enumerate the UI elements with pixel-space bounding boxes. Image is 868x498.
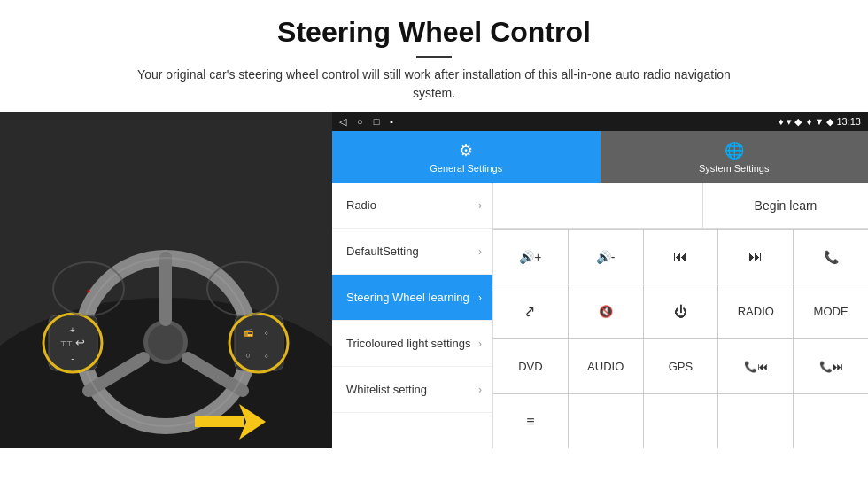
call-prev-icon: 📞⏮ — [744, 361, 768, 373]
call-prev-button[interactable]: 📞⏮ — [718, 339, 793, 393]
title-divider — [416, 56, 452, 58]
prev-track-icon: ⏮ — [673, 249, 687, 265]
dvd-label: DVD — [518, 360, 542, 373]
content-area: Radio › DefaultSetting › Steering Wheel … — [332, 183, 868, 448]
svg-text:⊤⊤: ⊤⊤ — [60, 340, 73, 348]
svg-text:⬦: ⬦ — [264, 328, 268, 337]
begin-learn-button[interactable]: Begin learn — [703, 183, 868, 228]
page-header: Steering Wheel Control Your original car… — [0, 0, 868, 112]
call-next-icon: 📞⏭ — [819, 361, 843, 373]
button-grid: 🔊+ 🔊- ⏮ ⏭ 📞 ↩ — [493, 229, 868, 448]
mute-button[interactable]: 🔇 — [569, 284, 643, 338]
svg-rect-22 — [195, 416, 244, 427]
left-menu: Radio › DefaultSetting › Steering Wheel … — [332, 183, 493, 448]
power-icon: ⏻ — [674, 304, 687, 319]
menu-steering-label: Steering Wheel learning — [346, 291, 469, 304]
clock: ♦ ▼ ◆ 13:13 — [807, 116, 861, 128]
menu-item-radio[interactable]: Radio › — [332, 183, 492, 229]
system-settings-icon: 🌐 — [725, 141, 744, 160]
svg-text:📻: 📻 — [244, 327, 254, 338]
audio-label: AUDIO — [587, 360, 624, 373]
signal-icon: ♦ ▾ ◆ — [779, 116, 802, 128]
next-track-button[interactable]: ⏭ — [718, 230, 793, 284]
prev-track-button[interactable]: ⏮ — [644, 230, 718, 284]
svg-rect-14 — [235, 315, 283, 370]
menu-item-tricoloured[interactable]: Tricoloured light settings › — [332, 321, 492, 367]
audio-button[interactable]: AUDIO — [569, 339, 643, 393]
status-bar-info: ♦ ▾ ◆ ♦ ▼ ◆ 13:13 — [779, 116, 861, 128]
gps-label: GPS — [669, 360, 693, 373]
call-next-button[interactable]: 📞⏭ — [794, 339, 868, 393]
vol-up-button[interactable]: 🔊+ — [493, 230, 568, 284]
call-button[interactable]: 📞 — [794, 230, 868, 284]
list-icon: ≡ — [526, 414, 534, 430]
menu-item-default-setting[interactable]: DefaultSetting › — [332, 229, 492, 275]
chevron-icon: › — [478, 245, 482, 258]
svg-point-4 — [148, 324, 183, 360]
right-panel: Begin learn 🔊+ 🔊- ⏮ ⏭ — [493, 183, 868, 448]
chevron-icon: › — [478, 384, 482, 396]
page-description: Your original car's steering wheel contr… — [124, 66, 744, 103]
svg-text:⬦: ⬦ — [264, 351, 268, 360]
begin-learn-row: Begin learn — [493, 183, 868, 229]
main-content: + ⊤⊤ - ↩ 📻 ⬦ ○ ⬦ ● — [0, 112, 868, 448]
empty-btn-4 — [794, 394, 868, 448]
menu-item-whitelist[interactable]: Whitelist setting › — [332, 367, 492, 413]
app-bar: ⚙ General Settings 🌐 System Settings — [332, 131, 868, 183]
gps-button[interactable]: GPS — [644, 339, 718, 393]
mode-label: MODE — [814, 305, 849, 318]
empty-space — [493, 183, 703, 228]
car-image-section: + ⊤⊤ - ↩ 📻 ⬦ ○ ⬦ ● — [0, 112, 332, 448]
chevron-icon: › — [478, 338, 482, 350]
svg-text:-: - — [71, 354, 74, 363]
svg-text:●: ● — [87, 287, 91, 295]
tab-general-settings[interactable]: ⚙ General Settings — [332, 131, 601, 183]
radio-label: RADIO — [738, 305, 774, 318]
menu-tricoloured-label: Tricoloured light settings — [346, 337, 470, 350]
next-track-icon: ⏭ — [748, 249, 763, 265]
menu-nav-icon[interactable]: ▪ — [390, 116, 393, 128]
tab-system-label: System Settings — [699, 163, 769, 174]
mode-button[interactable]: MODE — [794, 284, 868, 338]
menu-item-steering-wheel[interactable]: Steering Wheel learning › — [332, 275, 492, 321]
dvd-button[interactable]: DVD — [493, 339, 568, 393]
empty-btn-3 — [718, 394, 793, 448]
empty-btn-1 — [569, 394, 643, 448]
menu-default-label: DefaultSetting — [346, 245, 419, 258]
chevron-icon: › — [478, 292, 482, 304]
back-nav-icon[interactable]: ◁ — [339, 116, 346, 128]
recents-nav-icon[interactable]: □ — [374, 116, 380, 128]
power-button[interactable]: ⏻ — [644, 284, 718, 338]
general-settings-icon: ⚙ — [459, 141, 473, 160]
vol-down-icon: 🔊- — [596, 250, 616, 264]
page-title: Steering Wheel Control — [35, 16, 833, 49]
hang-up-icon: ↩ — [521, 301, 541, 322]
android-ui: ◁ ○ □ ▪ ♦ ▾ ◆ ♦ ▼ ◆ 13:13 ⚙ General Sett… — [332, 112, 868, 448]
radio-button[interactable]: RADIO — [718, 284, 793, 338]
empty-btn-2 — [644, 394, 718, 448]
hang-up-button[interactable]: ↩ — [493, 284, 568, 338]
tab-general-label: General Settings — [430, 163, 502, 174]
menu-whitelist-label: Whitelist setting — [346, 383, 427, 396]
menu-radio-label: Radio — [346, 198, 376, 212]
call-icon: 📞 — [824, 250, 839, 264]
list-icon-button[interactable]: ≡ — [493, 394, 568, 448]
home-nav-icon[interactable]: ○ — [357, 116, 363, 128]
status-bar: ◁ ○ □ ▪ ♦ ▾ ◆ ♦ ▼ ◆ 13:13 — [332, 112, 868, 131]
vol-down-button[interactable]: 🔊- — [569, 230, 643, 284]
status-bar-nav-icons: ◁ ○ □ ▪ — [339, 116, 393, 128]
mute-icon: 🔇 — [599, 305, 613, 318]
chevron-icon: › — [478, 199, 482, 212]
svg-text:+: + — [70, 325, 75, 335]
svg-text:○: ○ — [245, 351, 250, 360]
vol-up-icon: 🔊+ — [519, 250, 541, 264]
tab-system-settings[interactable]: 🌐 System Settings — [601, 131, 869, 183]
svg-text:↩: ↩ — [75, 336, 85, 349]
car-steering-image: + ⊤⊤ - ↩ 📻 ⬦ ○ ⬦ ● — [0, 112, 332, 448]
